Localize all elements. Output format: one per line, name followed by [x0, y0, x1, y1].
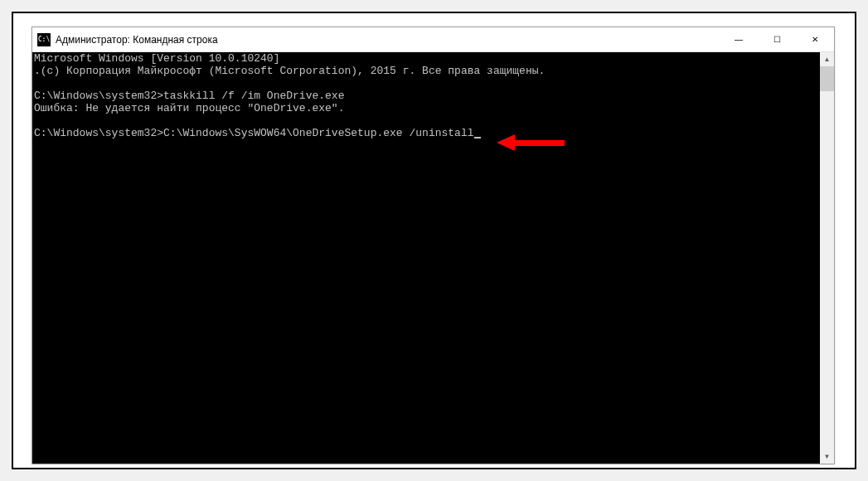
scroll-thumb[interactable] — [820, 66, 834, 91]
command-prompt-window: C:\ Администратор: Командная строка — ☐ … — [32, 27, 835, 464]
console-line: .(c) Корпорация Майкрософт (Microsoft Co… — [34, 65, 545, 77]
scroll-up-button[interactable]: ▲ — [820, 52, 834, 66]
titlebar[interactable]: C:\ Администратор: Командная строка — ☐ … — [32, 27, 834, 52]
console-line: Microsoft Windows [Version 10.0.10240] — [34, 52, 279, 65]
scroll-down-button[interactable]: ▼ — [820, 449, 834, 464]
minimize-button[interactable]: — — [720, 27, 758, 51]
close-button[interactable]: ✕ — [796, 27, 834, 51]
text-cursor — [474, 137, 481, 138]
window-title: Администратор: Командная строка — [56, 34, 720, 46]
titlebar-buttons: — ☐ ✕ — [720, 27, 834, 51]
maximize-button[interactable]: ☐ — [758, 27, 796, 51]
cmd-icon: C:\ — [37, 33, 51, 46]
console-area[interactable]: Microsoft Windows [Version 10.0.10240] .… — [32, 52, 834, 464]
scroll-track[interactable] — [820, 66, 834, 449]
console-line: C:\Windows\system32>taskkill /f /im OneD… — [34, 90, 344, 102]
console-line: Ошибка: Не удается найти процесс "OneDri… — [34, 102, 344, 114]
console-output: Microsoft Windows [Version 10.0.10240] .… — [32, 52, 834, 139]
console-line: C:\Windows\system32>C:\Windows\SysWOW64\… — [34, 127, 474, 139]
vertical-scrollbar[interactable]: ▲ ▼ — [820, 52, 834, 464]
